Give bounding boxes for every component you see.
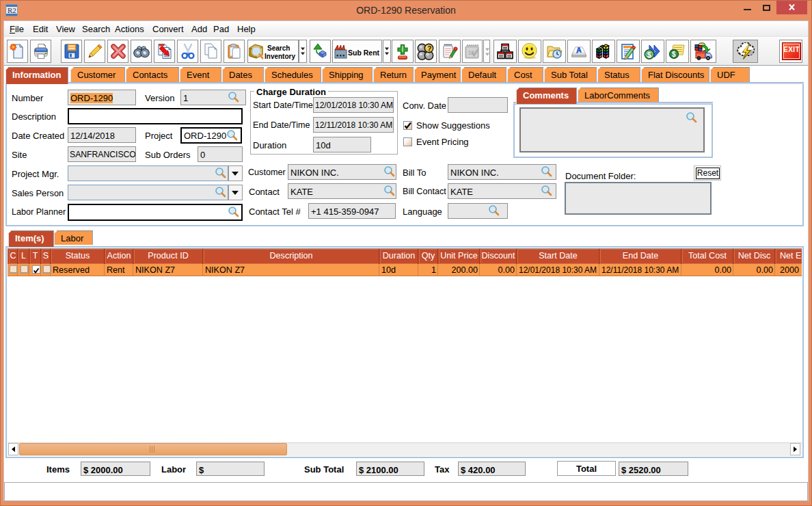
svg-text:Search: Search bbox=[267, 44, 290, 52]
svg-text:$: $ bbox=[647, 51, 651, 59]
svg-text:$: $ bbox=[672, 51, 676, 58]
svg-text:Sub Rent: Sub Rent bbox=[348, 49, 380, 57]
svg-text:Inventory: Inventory bbox=[265, 53, 295, 60]
svg-text:?: ? bbox=[427, 44, 432, 53]
